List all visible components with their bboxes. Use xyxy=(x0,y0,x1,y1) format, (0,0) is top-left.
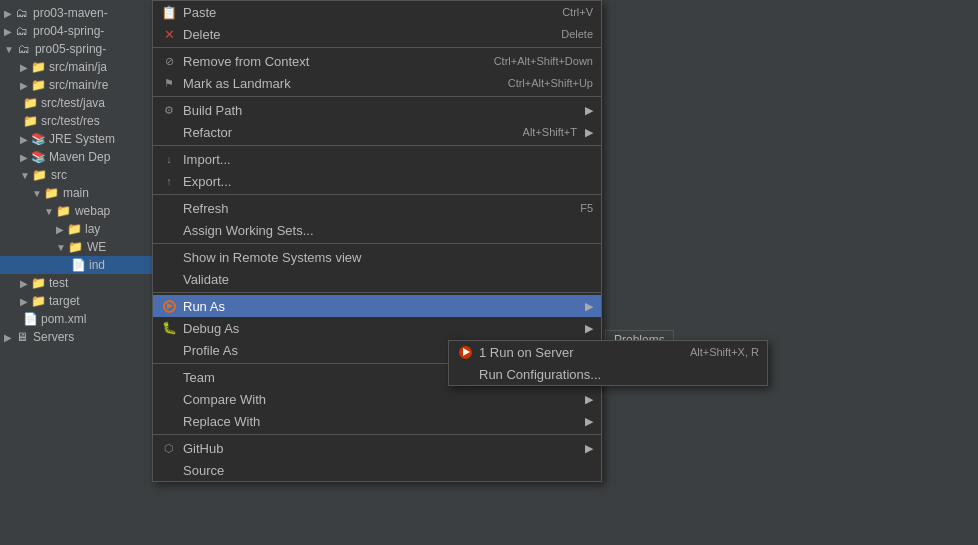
run-configs-icon xyxy=(455,366,475,382)
tree-item-src[interactable]: ▼ 📁 src xyxy=(0,166,155,184)
menu-item-refresh[interactable]: Refresh F5 xyxy=(153,197,601,219)
folder-icon: 📁 xyxy=(30,275,46,291)
menu-item-export[interactable]: ↑ Export... xyxy=(153,170,601,192)
divider-8 xyxy=(153,434,601,435)
arrow-icon: ▶ xyxy=(585,322,593,335)
remove-context-icon: ⊘ xyxy=(159,53,179,69)
divider-1 xyxy=(153,47,601,48)
working-sets-icon xyxy=(159,222,179,238)
folder-icon: 📁 xyxy=(66,221,82,237)
context-menu: 📋 Paste Ctrl+V ✕ Delete Delete ⊘ Remove … xyxy=(152,0,602,482)
sidebar: ▶ 🗂 pro03-maven- ▶ 🗂 pro04-spring- ▼ 🗂 p… xyxy=(0,0,155,545)
menu-item-replace-with[interactable]: Replace With ▶ xyxy=(153,410,601,432)
arrow-icon: ▶ xyxy=(585,104,593,117)
file-icon: 📄 xyxy=(70,257,86,273)
import-icon: ↓ xyxy=(159,151,179,167)
tree-item-lay[interactable]: ▶ 📁 lay xyxy=(0,220,155,238)
delete-icon: ✕ xyxy=(159,26,179,42)
menu-item-refactor[interactable]: Refactor Alt+Shift+T ▶ xyxy=(153,121,601,143)
arrow-icon: ▶ xyxy=(585,442,593,455)
tree-item-servers[interactable]: ▶ 🖥 Servers xyxy=(0,328,155,346)
project-icon: 🗂 xyxy=(16,41,32,57)
tree-item-src-main-re[interactable]: ▶ 📁 src/main/re xyxy=(0,76,155,94)
paste-icon: 📋 xyxy=(159,4,179,20)
remote-icon xyxy=(159,249,179,265)
tree-item-we[interactable]: ▼ 📁 WE xyxy=(0,238,155,256)
debug-icon: 🐛 xyxy=(159,320,179,336)
compare-icon xyxy=(159,391,179,407)
menu-item-debug-as[interactable]: 🐛 Debug As ▶ xyxy=(153,317,601,339)
menu-item-github[interactable]: ⬡ GitHub ▶ xyxy=(153,437,601,459)
project-icon: 🗂 xyxy=(14,23,30,39)
tree-item-src-main-ja[interactable]: ▶ 📁 src/main/ja xyxy=(0,58,155,76)
tree-item-maven[interactable]: ▶ 📚 Maven Dep xyxy=(0,148,155,166)
export-icon: ↑ xyxy=(159,173,179,189)
menu-item-mark-landmark[interactable]: ⚑ Mark as Landmark Ctrl+Alt+Shift+Up xyxy=(153,72,601,94)
profile-icon xyxy=(159,342,179,358)
divider-3 xyxy=(153,145,601,146)
arrow-icon: ▶ xyxy=(585,415,593,428)
run-as-submenu: 1 Run on Server Alt+Shift+X, R Run Confi… xyxy=(448,340,768,386)
divider-5 xyxy=(153,243,601,244)
menu-item-import[interactable]: ↓ Import... xyxy=(153,148,601,170)
validate-icon xyxy=(159,271,179,287)
tree-item-main[interactable]: ▼ 📁 main xyxy=(0,184,155,202)
arrow-icon: ▶ xyxy=(585,300,593,313)
github-icon: ⬡ xyxy=(159,440,179,456)
arrow-icon: ▶ xyxy=(585,126,593,139)
library-icon: 📚 xyxy=(30,131,46,147)
menu-item-run-as[interactable]: Run As ▶ xyxy=(153,295,601,317)
menu-item-show-remote[interactable]: Show in Remote Systems view xyxy=(153,246,601,268)
refresh-icon xyxy=(159,200,179,216)
run-server-icon xyxy=(455,344,475,360)
build-path-icon: ⚙ xyxy=(159,102,179,118)
menu-item-build-path[interactable]: ⚙ Build Path ▶ xyxy=(153,99,601,121)
tree-item-ind[interactable]: 📄 ind xyxy=(0,256,155,274)
tree-item-jre[interactable]: ▶ 📚 JRE System xyxy=(0,130,155,148)
server-icon: 🖥 xyxy=(14,329,30,345)
folder-icon: 📁 xyxy=(30,77,46,93)
folder-icon: 📁 xyxy=(30,59,46,75)
tree-item-pro04[interactable]: ▶ 🗂 pro04-spring- xyxy=(0,22,155,40)
folder-icon: 📁 xyxy=(68,239,84,255)
menu-item-assign-working[interactable]: Assign Working Sets... xyxy=(153,219,601,241)
tree-item-webapp[interactable]: ▼ 📁 webap xyxy=(0,202,155,220)
tree-item-target[interactable]: ▶ 📁 target xyxy=(0,292,155,310)
submenu-item-run-configs[interactable]: Run Configurations... xyxy=(449,363,767,385)
submenu-item-run-on-server[interactable]: 1 Run on Server Alt+Shift+X, R xyxy=(449,341,767,363)
tree-item-pro05[interactable]: ▼ 🗂 pro05-spring- xyxy=(0,40,155,58)
folder-icon: 📁 xyxy=(22,95,38,111)
project-icon: 🗂 xyxy=(14,5,30,21)
menu-item-compare-with[interactable]: Compare With ▶ xyxy=(153,388,601,410)
tree-item-pom[interactable]: 📄 pom.xml xyxy=(0,310,155,328)
arrow-icon: ▶ xyxy=(585,393,593,406)
folder-icon: 📁 xyxy=(56,203,72,219)
team-icon xyxy=(159,369,179,385)
landmark-icon: ⚑ xyxy=(159,75,179,91)
source-icon xyxy=(159,462,179,478)
library-icon: 📚 xyxy=(30,149,46,165)
menu-item-delete[interactable]: ✕ Delete Delete xyxy=(153,23,601,45)
xml-icon: 📄 xyxy=(22,311,38,327)
divider-2 xyxy=(153,96,601,97)
folder-icon: 📁 xyxy=(32,167,48,183)
tree-item-src-test-res[interactable]: 📁 src/test/res xyxy=(0,112,155,130)
tree-item-test[interactable]: ▶ 📁 test xyxy=(0,274,155,292)
replace-icon xyxy=(159,413,179,429)
folder-icon: 📁 xyxy=(44,185,60,201)
folder-icon: 📁 xyxy=(30,293,46,309)
menu-item-source[interactable]: Source xyxy=(153,459,601,481)
divider-6 xyxy=(153,292,601,293)
tree-item-pro03[interactable]: ▶ 🗂 pro03-maven- xyxy=(0,4,155,22)
menu-item-validate[interactable]: Validate xyxy=(153,268,601,290)
tree-item-src-test-java[interactable]: 📁 src/test/java xyxy=(0,94,155,112)
folder-icon: 📁 xyxy=(22,113,38,129)
menu-item-remove-context[interactable]: ⊘ Remove from Context Ctrl+Alt+Shift+Dow… xyxy=(153,50,601,72)
refactor-icon xyxy=(159,124,179,140)
menu-item-paste[interactable]: 📋 Paste Ctrl+V xyxy=(153,1,601,23)
divider-4 xyxy=(153,194,601,195)
run-as-icon xyxy=(159,298,179,314)
